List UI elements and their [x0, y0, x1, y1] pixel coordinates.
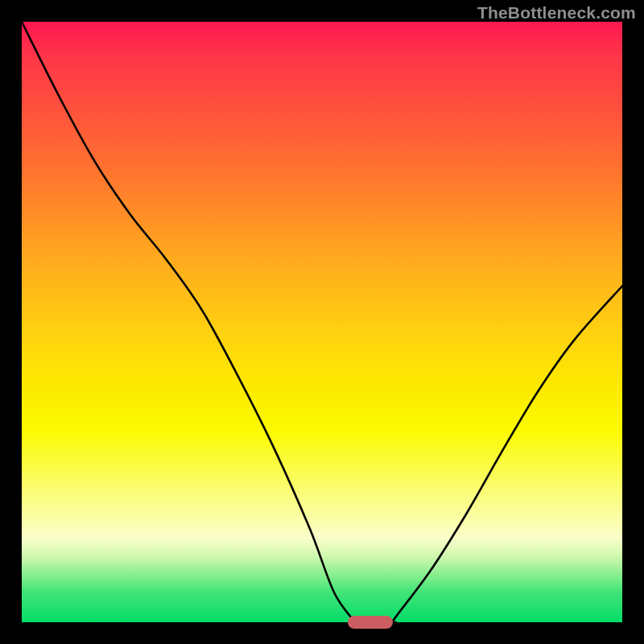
optimal-marker — [348, 616, 393, 629]
chart-frame: TheBottleneck.com — [0, 0, 644, 644]
plot-area — [22, 22, 622, 622]
watermark-text: TheBottleneck.com — [477, 3, 636, 23]
bottleneck-curve — [22, 22, 622, 622]
